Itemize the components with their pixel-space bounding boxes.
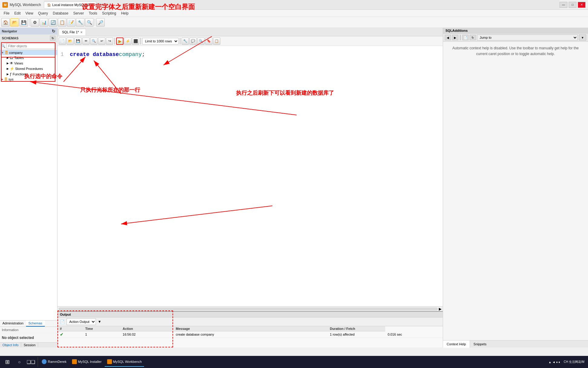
tree-stored-procs[interactable]: ▶ ⚡ Stored Procedures [0,66,57,71]
btn4[interactable]: 📊 [40,18,48,27]
schemas-refresh-btn[interactable]: ↻ [50,36,55,41]
tree-tables[interactable]: ▶ 🗂 Tables [0,55,57,61]
format-btn[interactable]: 🔧 [182,38,189,45]
menu-file[interactable]: File [1,11,12,16]
btn8[interactable]: 🔧 [76,18,84,27]
start-button[interactable]: ⊞ [1,357,13,367]
jump-to-select[interactable]: Jump to [477,34,578,41]
save-as-btn[interactable]: ✏ [82,38,90,45]
menu-edit[interactable]: Edit [12,11,23,16]
comment-btn[interactable]: 💬 [189,38,197,45]
menu-database[interactable]: Database [51,11,71,16]
taskbar-app-installer[interactable]: MySQL Installer [70,357,104,367]
nav-fwd-btn[interactable]: ▶ [452,35,458,40]
taskbar-app-workbench[interactable]: MySQL Workbench [105,357,144,367]
taskbar-sep [38,357,38,367]
tab-object-info[interactable]: Object Info [0,343,21,347]
schemas-header: SCHEMAS ↻ [0,34,57,42]
btn6[interactable]: 📋 [58,18,66,27]
btn5[interactable]: 🔄 [49,18,57,27]
tab-context-help[interactable]: Context Help [443,340,470,348]
tab-close-icon[interactable]: ✕ [90,3,93,7]
sql-tab-close-icon[interactable]: ✕ [80,31,83,34]
scrollbar-track[interactable] [59,308,438,310]
row-message: 1 row(s) affected [327,331,385,338]
output-dropdown-icon[interactable]: ▼ [98,320,101,324]
row-action: create database company [173,331,327,338]
search-btn[interactable]: 🔎 [96,18,105,27]
taskbar-widgets-icon[interactable]: ❑❑ [25,357,36,367]
tab-administration[interactable]: Administration [0,320,26,327]
filter-input[interactable] [7,43,56,49]
col-num: # [57,326,83,331]
execute-selected-btn[interactable]: ▶ [116,38,123,45]
db-icon: 🗄 [5,51,8,54]
workbench-icon [107,359,112,364]
menu-view[interactable]: View [23,11,36,16]
window-controls[interactable]: — □ ✕ [560,2,586,8]
h-scrollbar[interactable]: ▶ [57,306,443,311]
new-connection-btn[interactable]: 🏠 [1,18,10,27]
workbench-label: MySQL Workbench [113,360,142,363]
content-area: SQL File 1* ✕ 📄 📂 💾 ✏ 🔍 ↩ ↪ ▶ ⚡ ⬛ [57,28,443,347]
scroll-right-btn[interactable]: ▶ [439,307,442,311]
action-output-select[interactable]: Action Output [67,318,96,325]
nav-refresh-btn[interactable]: ↻ [470,35,476,40]
tab-snippets[interactable]: Snippets [470,340,490,348]
open-btn[interactable]: 📂 [10,18,19,27]
tree-functions[interactable]: ▶ ƒ Functions [0,71,57,77]
bookmark-btn[interactable]: 🔖 [205,38,212,45]
open-sql-btn[interactable]: 📂 [67,38,74,45]
maximize-button[interactable]: □ [569,2,577,8]
menu-server[interactable]: Server [71,11,86,16]
redo-btn[interactable]: ↪ [106,38,113,45]
tree-views[interactable]: ▶ 👁 Views [0,61,57,66]
main-tab[interactable]: 🏠 Local instance MySQL80 ✕ [44,2,96,8]
find-btn[interactable]: 🔍 [90,38,97,45]
stored-procedures-label: Stored Procedures [15,67,43,71]
new-sql-btn[interactable]: 📄 [59,38,66,45]
undo-btn[interactable]: ↩ [98,38,105,45]
menu-help[interactable]: Help [119,11,131,16]
jump-dropdown-btn[interactable]: ▼ [579,34,586,41]
tree-company[interactable]: ▼ 🗄 company [0,50,57,55]
nav-bottom-tabs: Administration Schemas [0,320,57,327]
col-action: Action [120,326,173,331]
limit-select[interactable]: Limit to 1000 rows [142,38,179,44]
schemas-label: SCHEMAS [2,36,18,40]
tab-session[interactable]: Session [21,343,38,347]
save-sql-btn[interactable]: 💾 [74,38,82,45]
tree-sys[interactable]: ▶ 🗄 sys [0,77,57,82]
menu-scripting[interactable]: Scripting [100,11,119,16]
search2-btn[interactable]: 🔍 [197,38,205,45]
execute-line-btn[interactable]: ⚡ [124,38,131,45]
sql-tab-1[interactable]: SQL File 1* ✕ [59,29,86,35]
nav-doc-btn[interactable]: 📄 [462,35,468,40]
btn9[interactable]: 🔍 [85,18,94,27]
sys-expand-icon: ▶ [1,78,3,81]
nav-back-btn[interactable]: ◀ [445,35,451,40]
close-button[interactable]: ✕ [578,2,586,8]
sproc-icon: ⚡ [10,67,14,71]
stop-btn[interactable]: ⬛ [132,38,139,45]
company-label: company [9,51,23,54]
taskbar-app-rammderek[interactable]: RammDerek [39,357,69,367]
schema-btn[interactable]: 📋 [213,38,220,45]
sql-toolbar: 📄 📂 💾 ✏ 🔍 ↩ ↪ ▶ ⚡ ⬛ Limit to 1000 rows [57,36,443,46]
info-label: Information [2,328,18,332]
btn7[interactable]: 📝 [67,18,75,27]
save-btn[interactable]: 💾 [19,18,28,27]
sql-editor[interactable]: 1 create database company ; [57,46,443,306]
views-icon: 👁 [10,61,13,65]
taskbar-search-icon[interactable]: ○ [13,357,25,367]
right-panel: SQLAdditions ◀ ▶ 📄 ↻ Jump to ▼ Automatic… [443,28,588,347]
sep2 [95,19,95,26]
tab-schemas[interactable]: Schemas [26,320,45,327]
menu-tools[interactable]: Tools [86,11,100,16]
sql-db-name: company [119,51,142,58]
menu-query[interactable]: Query [36,11,51,16]
navigator-refresh-icon[interactable]: ↻ [52,29,55,34]
tables-expand-icon: ▶ [7,56,9,59]
btn3[interactable]: ⚙ [31,18,39,27]
minimize-button[interactable]: — [560,2,567,8]
